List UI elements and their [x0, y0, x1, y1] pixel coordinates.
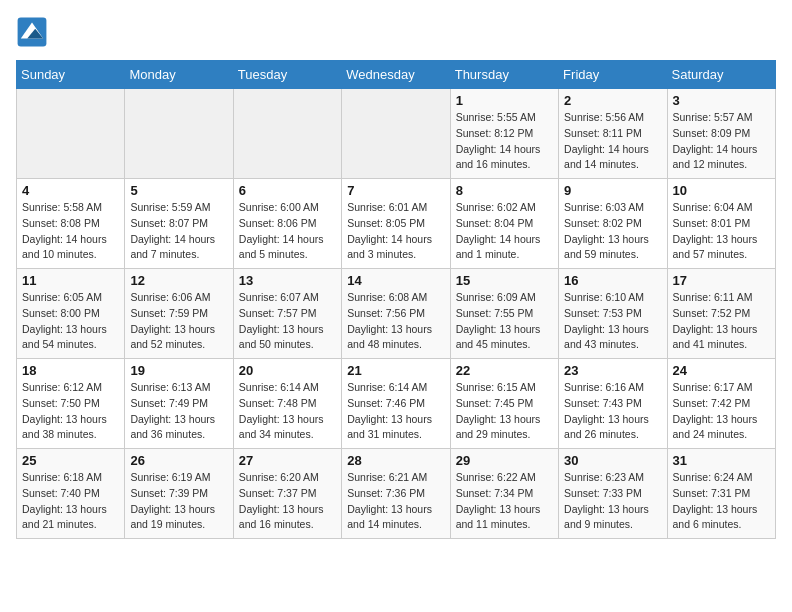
calendar-cell: 28Sunrise: 6:21 AMSunset: 7:36 PMDayligh… — [342, 449, 450, 539]
calendar-cell: 2Sunrise: 5:56 AMSunset: 8:11 PMDaylight… — [559, 89, 667, 179]
day-info: Sunrise: 6:23 AMSunset: 7:33 PMDaylight:… — [564, 470, 661, 533]
calendar-header: SundayMondayTuesdayWednesdayThursdayFrid… — [17, 61, 776, 89]
calendar-week-row: 1Sunrise: 5:55 AMSunset: 8:12 PMDaylight… — [17, 89, 776, 179]
logo — [16, 16, 52, 48]
day-info: Sunrise: 6:14 AMSunset: 7:46 PMDaylight:… — [347, 380, 444, 443]
weekday-header: Monday — [125, 61, 233, 89]
day-number: 8 — [456, 183, 553, 198]
calendar-cell: 24Sunrise: 6:17 AMSunset: 7:42 PMDayligh… — [667, 359, 775, 449]
calendar-cell: 19Sunrise: 6:13 AMSunset: 7:49 PMDayligh… — [125, 359, 233, 449]
calendar-week-row: 11Sunrise: 6:05 AMSunset: 8:00 PMDayligh… — [17, 269, 776, 359]
day-number: 24 — [673, 363, 770, 378]
day-info: Sunrise: 6:08 AMSunset: 7:56 PMDaylight:… — [347, 290, 444, 353]
day-number: 10 — [673, 183, 770, 198]
calendar-cell — [233, 89, 341, 179]
weekday-header: Tuesday — [233, 61, 341, 89]
day-info: Sunrise: 6:05 AMSunset: 8:00 PMDaylight:… — [22, 290, 119, 353]
day-number: 3 — [673, 93, 770, 108]
calendar-cell: 26Sunrise: 6:19 AMSunset: 7:39 PMDayligh… — [125, 449, 233, 539]
day-number: 20 — [239, 363, 336, 378]
day-info: Sunrise: 6:11 AMSunset: 7:52 PMDaylight:… — [673, 290, 770, 353]
calendar-cell: 3Sunrise: 5:57 AMSunset: 8:09 PMDaylight… — [667, 89, 775, 179]
calendar-cell: 27Sunrise: 6:20 AMSunset: 7:37 PMDayligh… — [233, 449, 341, 539]
calendar-week-row: 25Sunrise: 6:18 AMSunset: 7:40 PMDayligh… — [17, 449, 776, 539]
calendar-cell: 7Sunrise: 6:01 AMSunset: 8:05 PMDaylight… — [342, 179, 450, 269]
calendar-cell: 23Sunrise: 6:16 AMSunset: 7:43 PMDayligh… — [559, 359, 667, 449]
day-number: 18 — [22, 363, 119, 378]
calendar-cell: 1Sunrise: 5:55 AMSunset: 8:12 PMDaylight… — [450, 89, 558, 179]
day-info: Sunrise: 5:59 AMSunset: 8:07 PMDaylight:… — [130, 200, 227, 263]
day-number: 12 — [130, 273, 227, 288]
day-number: 27 — [239, 453, 336, 468]
calendar-cell: 8Sunrise: 6:02 AMSunset: 8:04 PMDaylight… — [450, 179, 558, 269]
calendar-cell: 14Sunrise: 6:08 AMSunset: 7:56 PMDayligh… — [342, 269, 450, 359]
day-info: Sunrise: 6:19 AMSunset: 7:39 PMDaylight:… — [130, 470, 227, 533]
weekday-header: Thursday — [450, 61, 558, 89]
calendar-cell: 4Sunrise: 5:58 AMSunset: 8:08 PMDaylight… — [17, 179, 125, 269]
day-info: Sunrise: 6:02 AMSunset: 8:04 PMDaylight:… — [456, 200, 553, 263]
calendar-cell: 6Sunrise: 6:00 AMSunset: 8:06 PMDaylight… — [233, 179, 341, 269]
day-number: 28 — [347, 453, 444, 468]
weekday-header: Wednesday — [342, 61, 450, 89]
day-info: Sunrise: 6:04 AMSunset: 8:01 PMDaylight:… — [673, 200, 770, 263]
weekday-header: Saturday — [667, 61, 775, 89]
day-info: Sunrise: 6:15 AMSunset: 7:45 PMDaylight:… — [456, 380, 553, 443]
day-info: Sunrise: 5:55 AMSunset: 8:12 PMDaylight:… — [456, 110, 553, 173]
day-number: 31 — [673, 453, 770, 468]
day-number: 15 — [456, 273, 553, 288]
day-info: Sunrise: 6:18 AMSunset: 7:40 PMDaylight:… — [22, 470, 119, 533]
day-info: Sunrise: 6:03 AMSunset: 8:02 PMDaylight:… — [564, 200, 661, 263]
day-number: 6 — [239, 183, 336, 198]
day-info: Sunrise: 6:17 AMSunset: 7:42 PMDaylight:… — [673, 380, 770, 443]
day-number: 29 — [456, 453, 553, 468]
day-info: Sunrise: 6:22 AMSunset: 7:34 PMDaylight:… — [456, 470, 553, 533]
day-number: 30 — [564, 453, 661, 468]
day-info: Sunrise: 6:10 AMSunset: 7:53 PMDaylight:… — [564, 290, 661, 353]
calendar-cell: 15Sunrise: 6:09 AMSunset: 7:55 PMDayligh… — [450, 269, 558, 359]
day-info: Sunrise: 5:57 AMSunset: 8:09 PMDaylight:… — [673, 110, 770, 173]
calendar-cell: 10Sunrise: 6:04 AMSunset: 8:01 PMDayligh… — [667, 179, 775, 269]
day-info: Sunrise: 6:14 AMSunset: 7:48 PMDaylight:… — [239, 380, 336, 443]
day-number: 16 — [564, 273, 661, 288]
day-number: 1 — [456, 93, 553, 108]
day-number: 13 — [239, 273, 336, 288]
calendar-cell — [125, 89, 233, 179]
calendar-cell: 20Sunrise: 6:14 AMSunset: 7:48 PMDayligh… — [233, 359, 341, 449]
day-info: Sunrise: 6:21 AMSunset: 7:36 PMDaylight:… — [347, 470, 444, 533]
day-info: Sunrise: 6:07 AMSunset: 7:57 PMDaylight:… — [239, 290, 336, 353]
day-info: Sunrise: 6:06 AMSunset: 7:59 PMDaylight:… — [130, 290, 227, 353]
weekday-header: Friday — [559, 61, 667, 89]
calendar-cell: 12Sunrise: 6:06 AMSunset: 7:59 PMDayligh… — [125, 269, 233, 359]
page-header — [16, 16, 776, 48]
day-number: 22 — [456, 363, 553, 378]
day-number: 7 — [347, 183, 444, 198]
calendar-body: 1Sunrise: 5:55 AMSunset: 8:12 PMDaylight… — [17, 89, 776, 539]
day-info: Sunrise: 5:56 AMSunset: 8:11 PMDaylight:… — [564, 110, 661, 173]
day-number: 25 — [22, 453, 119, 468]
calendar-week-row: 4Sunrise: 5:58 AMSunset: 8:08 PMDaylight… — [17, 179, 776, 269]
day-info: Sunrise: 6:09 AMSunset: 7:55 PMDaylight:… — [456, 290, 553, 353]
day-number: 4 — [22, 183, 119, 198]
calendar-cell — [17, 89, 125, 179]
day-info: Sunrise: 6:24 AMSunset: 7:31 PMDaylight:… — [673, 470, 770, 533]
calendar-cell — [342, 89, 450, 179]
calendar-cell: 9Sunrise: 6:03 AMSunset: 8:02 PMDaylight… — [559, 179, 667, 269]
day-info: Sunrise: 6:01 AMSunset: 8:05 PMDaylight:… — [347, 200, 444, 263]
day-info: Sunrise: 6:12 AMSunset: 7:50 PMDaylight:… — [22, 380, 119, 443]
calendar-week-row: 18Sunrise: 6:12 AMSunset: 7:50 PMDayligh… — [17, 359, 776, 449]
day-number: 14 — [347, 273, 444, 288]
day-number: 23 — [564, 363, 661, 378]
calendar-cell: 31Sunrise: 6:24 AMSunset: 7:31 PMDayligh… — [667, 449, 775, 539]
day-number: 19 — [130, 363, 227, 378]
logo-icon — [16, 16, 48, 48]
day-info: Sunrise: 6:16 AMSunset: 7:43 PMDaylight:… — [564, 380, 661, 443]
day-number: 9 — [564, 183, 661, 198]
calendar-cell: 21Sunrise: 6:14 AMSunset: 7:46 PMDayligh… — [342, 359, 450, 449]
calendar-cell: 30Sunrise: 6:23 AMSunset: 7:33 PMDayligh… — [559, 449, 667, 539]
calendar-cell: 16Sunrise: 6:10 AMSunset: 7:53 PMDayligh… — [559, 269, 667, 359]
weekday-row: SundayMondayTuesdayWednesdayThursdayFrid… — [17, 61, 776, 89]
calendar-table: SundayMondayTuesdayWednesdayThursdayFrid… — [16, 60, 776, 539]
day-number: 17 — [673, 273, 770, 288]
calendar-cell: 13Sunrise: 6:07 AMSunset: 7:57 PMDayligh… — [233, 269, 341, 359]
calendar-cell: 17Sunrise: 6:11 AMSunset: 7:52 PMDayligh… — [667, 269, 775, 359]
